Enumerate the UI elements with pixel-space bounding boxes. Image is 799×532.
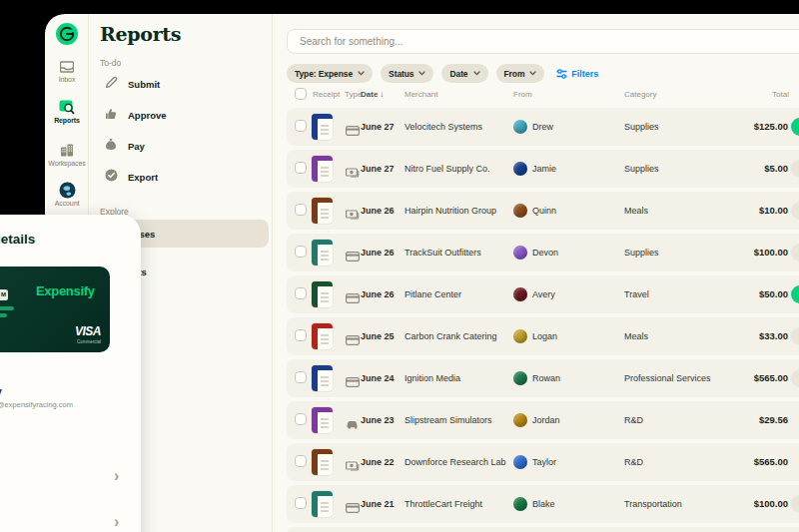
column-header-category[interactable]: Category [624,90,656,99]
row-checkbox[interactable] [295,329,307,341]
row-checkbox[interactable] [295,204,307,216]
filter-chip-from[interactable]: From [496,64,545,83]
filter-chip-type-expense[interactable]: Type: Expense [287,64,373,83]
column-header-label: Type [345,90,362,99]
card-details-panel: Card details M Expensify VISA Commercial… [0,215,141,532]
table-row[interactable]: June 27Nitro Fuel Supply Co.JamieSupplie… [287,150,799,188]
row-checkbox[interactable] [295,287,307,299]
filters-button[interactable]: Filters [556,69,598,79]
table-row[interactable]: June 26TrackSuit OutfittersDevonSupplies… [287,234,799,271]
todo-item-approve[interactable]: Approve [105,107,167,123]
receipt-thumbnail [312,491,333,517]
row-category: Meals [624,331,648,341]
receipt-line [321,418,329,420]
table-row[interactable]: June 24Ignition MediaRowanProfessional S… [287,359,799,397]
filter-chip-date[interactable]: Date [441,64,487,83]
page-title: Reports [100,23,181,45]
row-checkbox[interactable] [295,371,307,383]
thumbs-up-icon [105,106,119,124]
search-bar[interactable] [287,29,799,54]
row-category: Travel [624,289,649,299]
receipt-color-edge [312,281,333,286]
workspaces-icon [45,143,89,158]
todo-item-export[interactable]: Export [105,169,158,185]
todo-item-pay[interactable]: Pay [105,138,145,154]
receipt-color-edge [312,114,333,119]
column-header-merchant[interactable]: Merchant [404,90,437,99]
table-row[interactable]: June 26Pitlane CenterAveryTravel$50.00 [287,275,799,313]
avatar [513,455,527,469]
column-header-label: From [513,90,532,99]
row-total: $565.00 [754,456,788,467]
row-checkbox[interactable] [295,455,307,467]
rail-item-label: Inbox [45,76,89,83]
row-action-button[interactable] [791,285,799,303]
row-date: June 24 [361,373,395,383]
row-action-button[interactable] [791,495,799,513]
receipt-line [321,255,329,257]
row-merchant: ThrottleCart Freight [404,499,482,509]
receipt-color-edge [312,323,333,328]
table-row[interactable]: June 27Velocitech SystemsDrewSupplies$12… [287,108,799,146]
table-row[interactable]: June 22Downforce Research LabTaylorR&D$5… [287,443,799,481]
chevron-right-icon[interactable]: › [114,468,119,484]
row-category: Transportation [624,499,682,509]
visa-logo: VISA [75,324,101,338]
column-header-date[interactable]: Date↓ [361,90,384,99]
row-action-button[interactable] [791,327,799,345]
cardholder-name-fragment: y [0,385,2,397]
row-checkbox[interactable] [295,413,307,425]
receipt-line [321,338,329,340]
card-type-icon [346,289,360,307]
pencil-icon [105,75,119,93]
car-type-icon [346,415,360,433]
receipt-line [321,376,329,378]
row-total: $29.56 [759,414,788,425]
filter-chip-label: From [504,69,525,79]
row-merchant: Nitro Fuel Supply Co. [404,164,490,174]
row-total: $125.00 [754,121,788,132]
receipt-line [321,175,329,177]
row-checkbox[interactable] [295,162,307,174]
rail-item-inbox[interactable]: Inbox [45,59,89,83]
row-action-button[interactable] [791,202,799,220]
row-action-button[interactable] [791,160,799,178]
column-header-from[interactable]: From [513,90,532,99]
receipt-line [321,167,329,169]
filters-label: Filters [571,69,598,79]
column-header-type[interactable]: Type [345,90,362,99]
column-header-receipt[interactable]: Receipt [313,90,340,99]
rail-item-account[interactable]: Account [45,183,89,207]
row-checkbox[interactable] [295,497,307,509]
row-checkbox[interactable] [295,120,307,132]
avatar [513,204,527,218]
chevron-right-icon[interactable]: › [114,514,119,530]
receipt-line [321,292,329,294]
filter-chip-label: Type: Expense [295,69,353,79]
filter-chip-status[interactable]: Status [381,64,433,83]
avatar [513,287,527,301]
search-input[interactable] [288,30,799,53]
table-row[interactable]: June 23Slipstream SimulatorsJordanR&D$29… [287,401,799,439]
row-action-button[interactable] [791,244,799,262]
table-header-row: ReceiptTypeDate↓MerchantFromCategoryTota… [274,90,799,104]
table-row[interactable]: June 25Carbon Crank CateringLoganMeals$3… [287,317,799,355]
receipt-thumbnail [312,281,333,307]
receipt-line [321,251,329,253]
expensify-logo[interactable] [56,23,78,45]
rail-item-reports[interactable]: Reports [45,100,89,124]
filter-chip-label: Date [449,69,467,79]
rail-item-workspaces[interactable]: Workspaces [45,143,89,167]
row-action-button[interactable] [791,118,799,136]
avatar [513,371,527,385]
table-row[interactable]: June 26Hairpin Nutrition GroupQuinnMeals… [287,192,799,230]
receipt-color-edge [312,407,333,412]
row-checkbox[interactable] [295,246,307,258]
filters-icon [556,69,567,79]
column-header-total[interactable]: Total [713,90,789,99]
row-action-button[interactable] [791,369,799,387]
row-from-name: Devon [532,248,558,258]
select-all-checkbox[interactable] [295,88,307,100]
table-row[interactable]: June 21ThrottleCart FreightBlakeTranspor… [287,485,799,523]
todo-item-submit[interactable]: Submit [105,76,160,92]
